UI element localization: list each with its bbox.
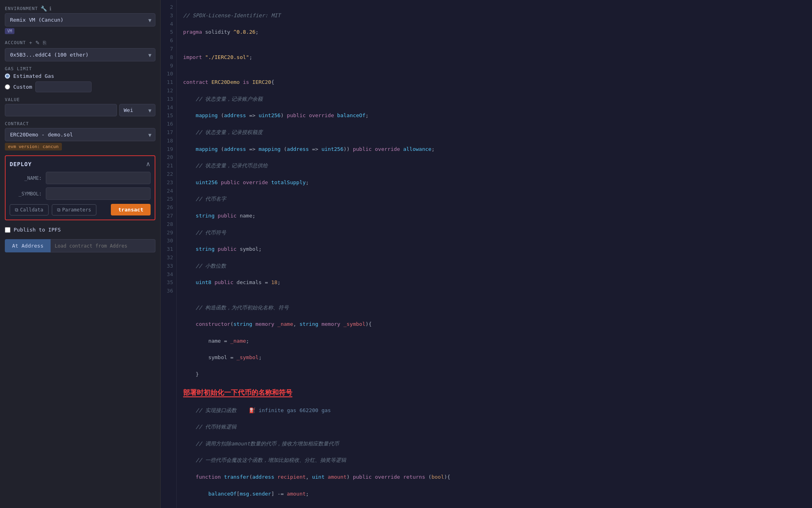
line-num: 12: [166, 87, 173, 95]
code-content: // SPDX-License-Identifier: MIT pragma s…: [177, 0, 812, 508]
deploy-header: DEPLOY ∧: [10, 160, 151, 168]
account-section: ACCOUNT + ✎ ⎘ 0x5B3...eddC4 (100 ether) …: [5, 39, 155, 61]
environment-tool-icon: 🔧: [41, 6, 47, 12]
line-num: 25: [166, 195, 173, 203]
publish-ipfs-label: Publish to IPFS: [14, 227, 61, 233]
line-num: 17: [166, 128, 173, 137]
environment-info-icon: ℹ: [49, 6, 52, 12]
symbol-field-label: _SYMBOL:: [10, 191, 42, 197]
line-num: 4: [166, 20, 173, 28]
contract-label: CONTRACT: [5, 121, 155, 126]
account-edit-icon[interactable]: ✎: [35, 39, 41, 47]
line-num: 9: [166, 62, 173, 70]
load-contract-input[interactable]: [51, 239, 155, 252]
line-num: 30: [166, 237, 173, 245]
line-num: 23: [166, 179, 173, 187]
line-num: 26: [166, 203, 173, 212]
line-num: 33: [166, 262, 173, 270]
line-num: 8: [166, 53, 173, 62]
annotation-line: 部署时初始化一下代币的名称和符号: [183, 389, 292, 397]
code-editor-panel: 2 3 4 5 6 7 8 9 10 11 12 13 14 15 16 17 …: [161, 0, 812, 508]
estimated-gas-label: Estimated Gas: [13, 73, 54, 79]
line-num: 18: [166, 137, 173, 145]
name-field-label: _NAME:: [10, 175, 42, 181]
value-row: 0 Wei ▼: [5, 104, 155, 116]
line-num: 29: [166, 229, 173, 237]
custom-gas-row: Custom 3000000: [5, 81, 155, 92]
code-area: 2 3 4 5 6 7 8 9 10 11 12 13 14 15 16 17 …: [161, 0, 812, 508]
gas-radio-group: Estimated Gas Custom 3000000: [5, 73, 155, 92]
line-num: 10: [166, 70, 173, 78]
line-num: 35: [166, 278, 173, 287]
parameters-button[interactable]: ⧉ Parameters: [52, 204, 96, 215]
contract-select[interactable]: ERC20Demo - demo.sol: [5, 128, 155, 141]
deploy-section: DEPLOY ∧ _NAME: WZM _SYMBOL: WZM ⧉ Calld…: [5, 155, 155, 220]
gas-limit-section: GAS LIMIT Estimated Gas Custom 3000000: [5, 66, 155, 92]
parameters-label: Parameters: [62, 207, 91, 213]
line-num: 24: [166, 187, 173, 195]
calldata-button[interactable]: ⧉ Calldata: [10, 204, 49, 215]
publish-ipfs-row: Publish to IPFS: [5, 227, 155, 233]
line-num: 32: [166, 254, 173, 262]
value-input[interactable]: 0: [5, 104, 117, 116]
name-field-row: _NAME: WZM: [10, 172, 151, 184]
deploy-collapse-button[interactable]: ∧: [146, 160, 151, 168]
line-num: 11: [166, 78, 173, 87]
evm-badge: evm version: cancun: [5, 143, 62, 150]
parameters-icon: ⧉: [57, 207, 61, 213]
deploy-title: DEPLOY: [10, 161, 32, 167]
deploy-buttons-row: ⧉ Calldata ⧉ Parameters transact: [10, 204, 151, 215]
at-address-row: At Address: [5, 239, 155, 252]
contract-select-wrapper: ERC20Demo - demo.sol ▼: [5, 128, 155, 141]
calldata-label: Calldata: [20, 207, 43, 213]
environment-select[interactable]: Remix VM (Cancun): [5, 13, 155, 26]
line-num: 7: [166, 45, 173, 53]
line-num: 31: [166, 245, 173, 254]
line-num: 3: [166, 12, 173, 20]
estimated-gas-radio[interactable]: [5, 73, 10, 79]
account-icons: + ✎ ⎘: [29, 39, 47, 47]
line-num: 2: [166, 3, 173, 12]
account-copy-icon[interactable]: ⎘: [42, 39, 47, 47]
custom-gas-input[interactable]: 3000000: [35, 81, 92, 92]
estimated-gas-row: Estimated Gas: [5, 73, 155, 79]
vm-badge: VM: [5, 28, 14, 34]
wei-select-wrapper: Wei ▼: [119, 104, 155, 116]
at-address-button[interactable]: At Address: [5, 239, 51, 252]
line-num: 19: [166, 145, 173, 154]
line-num: 15: [166, 112, 173, 120]
value-section: VALUE 0 Wei ▼: [5, 97, 155, 116]
gas-limit-label: GAS LIMIT: [5, 66, 155, 71]
custom-gas-radio[interactable]: [5, 84, 10, 89]
custom-gas-label: Custom: [13, 84, 32, 90]
symbol-field-row: _SYMBOL: WZM: [10, 187, 151, 200]
value-label: VALUE: [5, 97, 155, 102]
publish-ipfs-checkbox[interactable]: [5, 227, 10, 233]
left-panel: ENVIRONMENT 🔧 ℹ Remix VM (Cancun) ▼ VM A…: [0, 0, 161, 508]
transact-button[interactable]: transact: [111, 204, 151, 215]
account-select[interactable]: 0x5B3...eddC4 (100 ether): [5, 48, 155, 61]
line-num: 20: [166, 153, 173, 162]
line-num: 28: [166, 220, 173, 229]
line-num: 5: [166, 28, 173, 37]
line-numbers: 2 3 4 5 6 7 8 9 10 11 12 13 14 15 16 17 …: [161, 0, 177, 508]
account-label-row: ACCOUNT + ✎ ⎘: [5, 39, 155, 47]
contract-section: CONTRACT ERC20Demo - demo.sol ▼ evm vers…: [5, 121, 155, 150]
account-select-wrapper: 0x5B3...eddC4 (100 ether) ▼: [5, 48, 155, 61]
account-add-icon[interactable]: +: [29, 39, 33, 47]
calldata-icon: ⧉: [15, 207, 18, 213]
line-num: 27: [166, 212, 173, 220]
environment-label: ENVIRONMENT 🔧 ℹ: [5, 6, 155, 12]
line-num: 16: [166, 120, 173, 128]
symbol-field-input[interactable]: WZM: [46, 187, 151, 200]
wei-select[interactable]: Wei: [119, 104, 155, 116]
line-num: 34: [166, 270, 173, 279]
name-field-input[interactable]: WZM: [46, 172, 151, 184]
line-num: 6: [166, 37, 173, 45]
line-num: 36: [166, 287, 173, 295]
environment-select-wrapper: Remix VM (Cancun) ▼: [5, 13, 155, 26]
line-num: 14: [166, 104, 173, 112]
line-num: 22: [166, 170, 173, 179]
line-num: 13: [166, 95, 173, 104]
line-num: 21: [166, 162, 173, 170]
